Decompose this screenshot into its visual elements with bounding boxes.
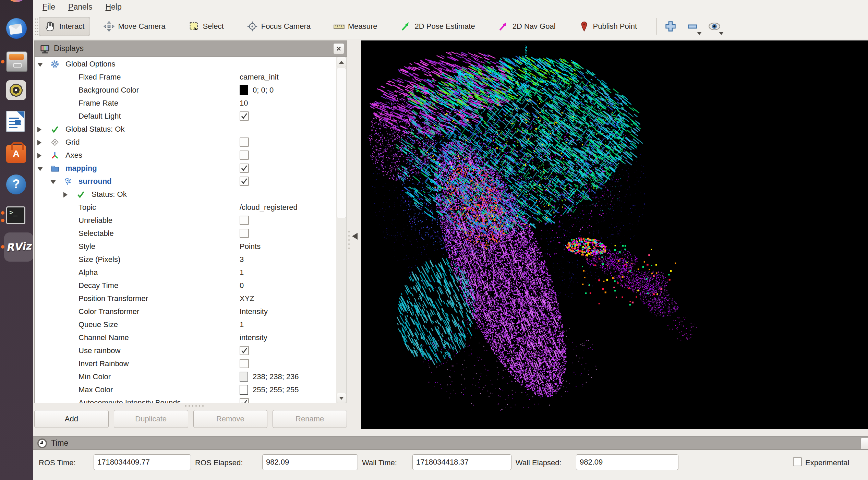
launcher-item-software-center[interactable]: A [6, 143, 27, 164]
property-value[interactable]: intensity [240, 333, 267, 342]
displays-panel-header[interactable]: Displays [35, 41, 347, 57]
color-swatch[interactable] [240, 385, 248, 395]
menu-item-help[interactable]: Help [99, 0, 128, 14]
launcher-item-thunderbird[interactable] [6, 18, 27, 39]
tree-row-surround[interactable]: surround [35, 175, 336, 188]
dropdown-caret-icon[interactable] [719, 32, 724, 35]
tree-row-decay-time[interactable]: Decay Time0 [35, 279, 336, 292]
tree-row-size-pixels[interactable]: Size (Pixels)3 [35, 253, 336, 266]
tree-row-invert-rainbow[interactable]: Invert Rainbow [35, 357, 336, 370]
tree-row-alpha[interactable]: Alpha1 [35, 266, 336, 279]
property-value[interactable]: Points [240, 242, 261, 251]
checkbox-unchecked[interactable] [240, 216, 249, 225]
dropdown-caret-icon[interactable] [697, 32, 702, 35]
scrollbar-thumb[interactable] [337, 68, 346, 218]
tree-row-fixed-frame[interactable]: Fixed Framecamera_init [35, 71, 336, 84]
launcher-item-firefox[interactable] [6, 0, 27, 5]
checkbox-unchecked[interactable] [240, 229, 249, 238]
tree-row-default-light[interactable]: Default Light [35, 110, 336, 123]
property-value[interactable]: camera_init [240, 73, 279, 82]
property-value[interactable]: 1 [240, 268, 244, 277]
launcher-item-writer[interactable] [6, 111, 27, 131]
checkbox-unchecked[interactable] [240, 137, 249, 147]
move-camera-button[interactable]: Move Camera [98, 17, 171, 36]
checkbox-checked[interactable] [240, 398, 249, 403]
zoom-out-button[interactable] [685, 19, 700, 34]
time-panel-header[interactable]: Time [33, 436, 868, 450]
checkbox-checked[interactable] [240, 164, 249, 173]
property-value[interactable]: 0 [240, 281, 244, 290]
add-button[interactable]: Add [34, 410, 109, 428]
checkbox-checked[interactable] [240, 346, 249, 355]
tree-row-queue-size[interactable]: Queue Size1 [35, 318, 336, 331]
tree-scrollbar[interactable] [336, 57, 347, 403]
tree-row-position-transformer[interactable]: Position TransformerXYZ [35, 292, 336, 305]
tree-row-background-color[interactable]: Background Color0; 0; 0 [35, 84, 336, 97]
2d-pose-estimate-button[interactable]: 2D Pose Estimate [395, 17, 481, 36]
property-value[interactable]: 3 [240, 255, 244, 264]
publish-point-button[interactable]: Publish Point [573, 17, 642, 36]
launcher-item-rhythmbox[interactable] [6, 80, 27, 101]
launcher-item-help[interactable]: ? [6, 175, 27, 195]
launcher-item-terminal[interactable]: >_ [6, 206, 27, 227]
collapse-arrow-icon[interactable] [37, 63, 43, 67]
zoom-in-button[interactable] [663, 19, 678, 34]
tree-row-grid[interactable]: Grid [35, 136, 336, 149]
collapse-arrow-icon[interactable] [50, 180, 56, 184]
tree-row-frame-rate[interactable]: Frame Rate10 [35, 97, 336, 110]
scroll-up-button[interactable] [337, 57, 346, 67]
tree-row-autocompute-intensity-bounds[interactable]: Autocompute Intensity Bounds [35, 396, 336, 403]
tree-row-mapping[interactable]: mapping [35, 162, 336, 175]
focus-camera-button[interactable]: Focus Camera [241, 17, 316, 36]
tree-row-min-color[interactable]: Min Color238; 238; 236 [35, 370, 336, 383]
ros-elapsed-input[interactable] [262, 454, 358, 470]
tree-row-global-status-ok[interactable]: Global Status: Ok [35, 123, 336, 136]
tree-row-global-options[interactable]: Global Options [35, 58, 336, 71]
tree-row-topic[interactable]: Topic/cloud_registered [35, 201, 336, 214]
checkbox-unchecked[interactable] [240, 359, 249, 368]
expand-arrow-icon[interactable] [63, 192, 68, 197]
measure-button[interactable]: Measure [328, 17, 383, 36]
checkbox-unchecked[interactable] [240, 151, 249, 160]
panel-detach-button[interactable] [860, 438, 868, 449]
checkbox-checked[interactable] [240, 111, 249, 121]
point-cloud-canvas[interactable] [361, 40, 868, 429]
tree-row-status-ok[interactable]: Status: Ok [35, 188, 336, 201]
close-panel-button[interactable] [333, 43, 344, 54]
property-value[interactable]: 1 [240, 320, 244, 329]
launcher-item-rviz[interactable]: RViz [6, 232, 27, 262]
wall-time-input[interactable] [412, 454, 511, 470]
tree-row-style[interactable]: StylePoints [35, 240, 336, 253]
vertical-splitter-handle[interactable] [348, 230, 350, 252]
expand-arrow-icon[interactable] [37, 127, 41, 132]
expand-arrow-icon[interactable] [37, 153, 41, 158]
property-value[interactable]: /cloud_registered [240, 203, 298, 212]
3d-viewport[interactable] [361, 40, 868, 429]
expand-arrow-icon[interactable] [37, 140, 41, 145]
checkbox-checked[interactable] [240, 177, 249, 186]
property-value[interactable]: 255; 255; 255 [253, 385, 299, 394]
scroll-down-button[interactable] [337, 393, 346, 403]
tree-row-selectable[interactable]: Selectable [35, 227, 336, 240]
property-value[interactable]: 0; 0; 0 [253, 86, 274, 95]
interact-button[interactable]: Interact [39, 17, 90, 36]
experimental-checkbox[interactable] [793, 457, 802, 466]
splitter-collapse-icon[interactable] [352, 233, 358, 240]
color-swatch[interactable] [240, 85, 248, 95]
tree-row-use-rainbow[interactable]: Use rainbow [35, 344, 336, 357]
horizontal-splitter-handle[interactable] [184, 405, 205, 407]
eye-button[interactable] [707, 19, 722, 34]
menu-item-panels[interactable]: Panels [62, 0, 99, 14]
collapse-arrow-icon[interactable] [37, 167, 43, 171]
tree-row-unreliable[interactable]: Unreliable [35, 214, 336, 227]
property-value[interactable]: 238; 238; 236 [253, 372, 299, 381]
tree-row-axes[interactable]: Axes [35, 149, 336, 162]
tree-row-channel-name[interactable]: Channel Nameintensity [35, 331, 336, 344]
2d-nav-goal-button[interactable]: 2D Nav Goal [492, 17, 561, 36]
property-value[interactable]: 10 [240, 99, 248, 108]
color-swatch[interactable] [240, 372, 248, 382]
property-value[interactable]: Intensity [240, 307, 268, 316]
tree-row-max-color[interactable]: Max Color255; 255; 255 [35, 383, 336, 396]
select-button[interactable]: Select [183, 17, 229, 36]
toolbar-grip-handle[interactable] [35, 17, 39, 35]
